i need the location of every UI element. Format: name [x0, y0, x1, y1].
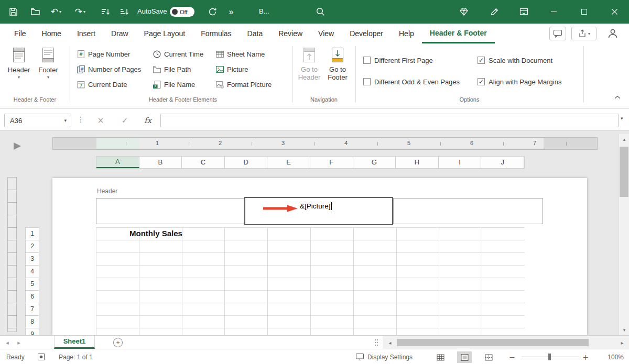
sort-ascending-button[interactable] — [99, 5, 112, 18]
checkbox-different-first-page[interactable]: Different First Page — [363, 56, 433, 65]
tab-data[interactable]: Data — [240, 24, 271, 43]
header-left-section[interactable] — [96, 198, 244, 224]
tab-help[interactable]: Help — [391, 24, 422, 43]
file-path-button[interactable]: File Path — [153, 62, 191, 76]
scroll-up-button[interactable]: ▴ — [619, 134, 629, 145]
scroll-left-button[interactable]: ◂ — [384, 336, 396, 349]
collapse-ribbon-button[interactable] — [611, 92, 624, 102]
formula-input[interactable] — [160, 114, 619, 127]
header-center-text[interactable]: &[Picture] — [300, 202, 332, 210]
header-center-section[interactable]: &[Picture] — [244, 197, 393, 225]
save-button[interactable] — [6, 5, 20, 18]
page-layout-view-button[interactable] — [457, 351, 472, 363]
open-folder-button[interactable] — [28, 5, 42, 18]
sync-button[interactable] — [205, 5, 219, 18]
row-header-3[interactable]: 3 — [25, 253, 39, 266]
page-number-button[interactable]: # Page Number — [77, 47, 130, 61]
cell-grid[interactable] — [96, 227, 525, 335]
picture-button[interactable]: Picture — [215, 62, 248, 76]
tab-review[interactable]: Review — [270, 24, 310, 43]
tab-draw[interactable]: Draw — [103, 24, 136, 43]
go-to-footer-button[interactable]: Go to Footer — [324, 46, 351, 94]
share-button[interactable]: ▾ — [571, 27, 597, 40]
row-header-2[interactable]: 2 — [25, 240, 39, 253]
comments-button[interactable] — [549, 27, 566, 40]
number-of-pages-button[interactable]: # Number of Pages — [77, 62, 141, 76]
row-header-8[interactable]: 8 — [25, 316, 39, 328]
file-name-button[interactable]: X File Name — [153, 78, 195, 91]
sheet-nav-right-button[interactable]: ▸ — [14, 336, 24, 349]
normal-view-button[interactable] — [433, 351, 448, 363]
tab-view[interactable]: View — [310, 24, 342, 43]
vertical-scroll-thumb[interactable] — [620, 147, 628, 197]
cell-a1-text[interactable]: Monthly Sales — [129, 227, 182, 240]
draw-pen-button[interactable] — [487, 5, 501, 18]
tab-scroll-splitter-icon[interactable] — [374, 338, 378, 347]
column-header-b[interactable]: B — [139, 157, 182, 168]
checkbox-different-odd-even-pages[interactable]: Different Odd & Even Pages — [363, 77, 460, 86]
column-header-f[interactable]: F — [310, 157, 353, 168]
tab-header-footer[interactable]: Header & Footer — [422, 24, 495, 43]
column-header-j[interactable]: J — [481, 157, 524, 168]
name-box-dropdown-icon[interactable]: ▾ — [64, 118, 67, 123]
zoom-in-button[interactable]: + — [581, 349, 590, 364]
row-header-7[interactable]: 7 — [25, 303, 39, 316]
formula-bar-drag-handle-icon[interactable]: ⋮ — [77, 115, 84, 124]
vertical-scrollbar[interactable]: ▴ ▾ — [619, 134, 629, 335]
checkbox-scale-with-document[interactable]: ✓ Scale with Document — [478, 56, 552, 65]
gem-button[interactable] — [457, 5, 471, 18]
sheet-name-button[interactable]: Sheet Name — [215, 47, 265, 61]
formula-bar-expand-button[interactable]: ▾ — [621, 116, 623, 121]
ribbon-display-options-button[interactable] — [517, 5, 530, 18]
header-button[interactable]: Header ▾ — [5, 46, 32, 94]
current-time-button[interactable]: Current Time — [153, 47, 203, 61]
format-picture-button[interactable]: Format Picture — [215, 78, 272, 91]
column-header-c[interactable]: C — [182, 157, 225, 168]
row-header-1[interactable]: 1 — [25, 228, 39, 240]
row-header-4[interactable]: 4 — [25, 266, 39, 278]
column-header-h[interactable]: H — [396, 157, 439, 168]
column-header-a[interactable]: A — [96, 157, 139, 168]
insert-function-button[interactable]: fx — [139, 114, 156, 127]
zoom-out-button[interactable]: − — [507, 349, 517, 364]
current-date-button[interactable]: 7 Current Date — [77, 78, 127, 91]
macro-record-button[interactable] — [37, 349, 46, 364]
tab-page-layout[interactable]: Page Layout — [136, 24, 193, 43]
zoom-slider-thumb[interactable] — [548, 354, 551, 360]
enter-button[interactable]: ✓ — [116, 114, 133, 127]
close-button[interactable] — [602, 0, 627, 24]
sort-descending-button[interactable] — [117, 5, 131, 18]
cancel-button[interactable]: × — [92, 114, 109, 127]
sheet-tab-sheet1[interactable]: Sheet1 — [54, 336, 95, 349]
account-button[interactable] — [607, 28, 619, 39]
column-header-d[interactable]: D — [225, 157, 268, 168]
tab-formulas[interactable]: Formulas — [193, 24, 239, 43]
header-right-section[interactable] — [393, 198, 543, 224]
toolbar-overflow-button[interactable]: » — [224, 5, 238, 18]
tab-developer[interactable]: Developer — [342, 24, 391, 43]
horizontal-scroll-thumb[interactable] — [397, 339, 589, 346]
footer-button[interactable]: Footer ▾ — [35, 46, 62, 94]
tab-file[interactable]: File — [6, 24, 34, 43]
zoom-level[interactable]: 100% — [599, 349, 624, 364]
undo-button[interactable]: ↶ ▾ — [49, 5, 63, 18]
redo-button[interactable]: ↷ ▾ — [73, 5, 87, 18]
column-header-g[interactable]: G — [353, 157, 396, 168]
row-header-9[interactable]: 9 — [25, 328, 39, 335]
column-header-i[interactable]: I — [439, 157, 482, 168]
checkbox-align-with-page-margins[interactable]: ✓ Align with Page Margins — [478, 77, 561, 86]
scroll-right-button[interactable]: ▸ — [616, 336, 628, 349]
name-box[interactable]: A36 ▾ — [4, 114, 71, 127]
go-to-header-button[interactable]: Go to Header — [296, 46, 323, 94]
page-break-preview-button[interactable] — [481, 351, 496, 363]
minimize-button[interactable] — [541, 0, 566, 24]
tab-home[interactable]: Home — [34, 24, 69, 43]
add-sheet-button[interactable]: + — [113, 338, 123, 347]
row-header-6[interactable]: 6 — [25, 291, 39, 303]
scroll-down-button[interactable]: ▾ — [619, 325, 629, 335]
row-header-5[interactable]: 5 — [25, 278, 39, 291]
search-button[interactable] — [313, 5, 327, 18]
column-header-e[interactable]: E — [267, 157, 310, 168]
maximize-button[interactable] — [571, 0, 597, 24]
sheet-nav-left-button[interactable]: ◂ — [2, 336, 13, 349]
